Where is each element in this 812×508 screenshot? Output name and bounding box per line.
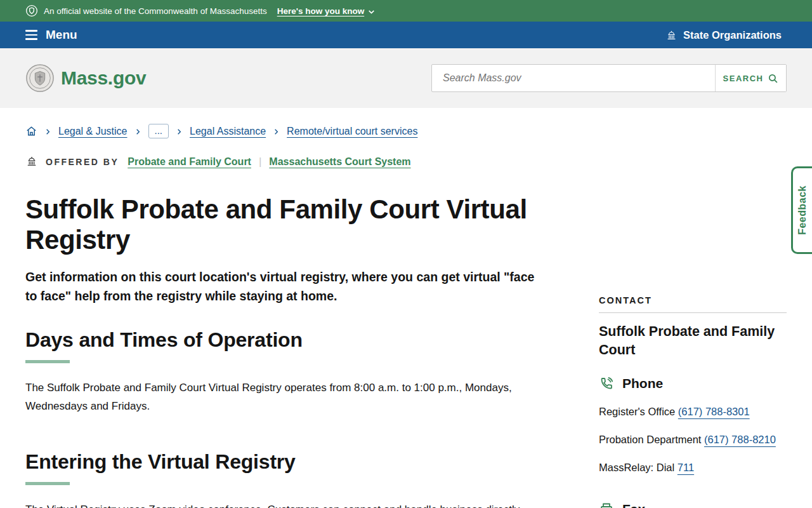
menu-label: Menu: [46, 28, 77, 42]
breadcrumb-separator-icon: [44, 128, 51, 135]
section-heading-days-times: Days and Times of Operation: [25, 328, 560, 352]
phone-row: MassRelay: Dial 711: [599, 460, 787, 475]
section-body-days-times: The Suffolk Probate and Family Court Vir…: [25, 378, 527, 415]
capitol-icon: [665, 29, 678, 41]
offered-by-link-probate-family-court[interactable]: Probate and Family Court: [128, 156, 251, 168]
offered-by-link-mass-court-system[interactable]: Massachusetts Court System: [269, 156, 410, 168]
menu-button[interactable]: Menu: [25, 28, 77, 42]
search-input[interactable]: [432, 65, 715, 91]
breadcrumb-separator-icon: [273, 128, 280, 135]
offered-by-divider: |: [259, 156, 261, 168]
heading-accent-bar: [25, 360, 70, 363]
state-seal-icon: [25, 4, 38, 17]
official-banner: An official website of the Commonwealth …: [0, 0, 812, 22]
chevron-down-icon: [367, 8, 376, 16]
content-area: Suffolk Probate and Family Court Virtual…: [0, 168, 812, 508]
phone-number-link[interactable]: (617) 788-8301: [678, 406, 750, 417]
state-organizations-button[interactable]: State Organizations: [665, 29, 782, 41]
search-button[interactable]: SEARCH: [715, 65, 786, 91]
offered-by-row: OFFERED BY Probate and Family Court | Ma…: [0, 138, 812, 168]
phone-row: Register's Office (617) 788-8301: [599, 404, 787, 419]
feedback-tab-label: Feedback: [797, 185, 808, 235]
massgov-seal-icon: [25, 64, 55, 93]
hamburger-icon: [25, 30, 37, 40]
contact-sidebar: CONTACT Suffolk Probate and Family Court…: [599, 168, 787, 508]
breadcrumb-link-remote-virtual[interactable]: Remote/virtual court services: [287, 126, 417, 137]
phone-row-label: MassRelay: Dial: [599, 462, 678, 473]
phone-row: Probation Department (617) 788-8210: [599, 432, 787, 447]
site-header: Mass.gov SEARCH: [0, 48, 812, 108]
feedback-tab[interactable]: Feedback: [791, 166, 812, 254]
contact-label: CONTACT: [599, 295, 787, 305]
body-text-before-link: The Virtual Registry uses Zoom video con…: [25, 504, 520, 508]
fax-heading: Fax: [622, 502, 645, 508]
massgov-logo[interactable]: Mass.gov: [25, 64, 146, 93]
heading-accent-bar: [25, 482, 70, 485]
phone-row-label: Probation Department: [599, 434, 704, 445]
state-organizations-label: State Organizations: [683, 29, 782, 41]
offered-by-label: OFFERED BY: [46, 157, 119, 167]
fax-icon: [599, 502, 614, 508]
breadcrumb-link-legal-assistance[interactable]: Legal Assistance: [190, 126, 266, 137]
search-icon: [768, 73, 778, 84]
page-lead: Get information on this court location's…: [25, 267, 544, 305]
fax-heading-row: Fax: [599, 502, 787, 508]
breadcrumb-separator-icon: [176, 128, 183, 135]
contact-org-name: Suffolk Probate and Family Court: [599, 323, 787, 359]
heres-how-you-know-toggle[interactable]: Here's how you know: [277, 6, 376, 16]
search-bar: SEARCH: [431, 64, 787, 92]
section-heading-entering: Entering the Virtual Registry: [25, 450, 560, 474]
breadcrumb-link-legal-justice[interactable]: Legal & Justice: [58, 126, 128, 137]
breadcrumb-ellipsis-button[interactable]: ...: [148, 124, 169, 138]
page-title: Suffolk Probate and Family Court Virtual…: [25, 194, 560, 256]
section-body-entering: The Virtual Registry uses Zoom video con…: [25, 500, 527, 508]
phone-heading-row: Phone: [599, 376, 787, 391]
capitol-icon: [25, 155, 38, 168]
contact-divider: [599, 312, 787, 313]
breadcrumb: Legal & Justice ... Legal Assistance Rem…: [0, 108, 812, 138]
menu-bar: Menu State Organizations: [0, 22, 812, 48]
phone-icon: [599, 376, 614, 391]
breadcrumb-separator-icon: [134, 128, 141, 135]
official-banner-text: An official website of the Commonwealth …: [44, 6, 267, 16]
phone-number-link[interactable]: (617) 788-8210: [704, 434, 776, 445]
home-icon[interactable]: [25, 125, 37, 137]
massgov-logo-text: Mass.gov: [61, 67, 146, 89]
phone-heading: Phone: [622, 376, 663, 391]
phone-number-link[interactable]: 711: [678, 462, 694, 473]
main-column: Suffolk Probate and Family Court Virtual…: [25, 168, 560, 508]
phone-row-label: Register's Office: [599, 406, 678, 417]
